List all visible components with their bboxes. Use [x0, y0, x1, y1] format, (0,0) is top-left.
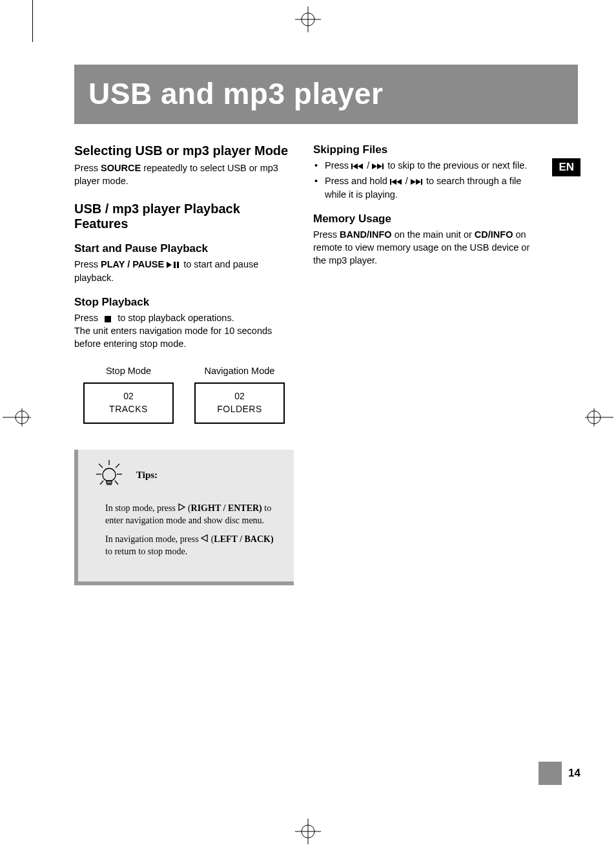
skip-previous-icon [390, 175, 403, 188]
heading-select-mode: Selecting USB or mp3 player Mode [74, 143, 294, 158]
text-bold: CD/INFO [475, 229, 513, 240]
page-content: USB and mp3 player Selecting USB or mp3 … [74, 65, 578, 585]
page-number: 14 [568, 767, 580, 780]
svg-rect-26 [351, 163, 353, 169]
tips-title: Tips: [136, 470, 158, 481]
nav-mode-box: 02 FOLDERS [194, 382, 285, 423]
nav-mode-text: FOLDERS [196, 403, 283, 416]
text: to stop playback operations. [118, 313, 234, 323]
svg-rect-31 [382, 163, 384, 169]
svg-marker-35 [411, 179, 416, 185]
text: / [367, 160, 372, 171]
mode-display-row: Stop Mode 02 TRACKS Navigation Mode 02 F… [83, 366, 294, 423]
text: In stop mode, press [105, 503, 178, 513]
paragraph-stop: Press to stop playback operations. [74, 311, 294, 324]
skip-bullet-1: Press / to skip to the previous or next … [313, 159, 533, 172]
subheading-start-pause: Start and Pause Playback [74, 242, 294, 255]
text: / [406, 176, 411, 186]
paragraph-select-mode: Press SOURCE repeatedly to select USB or… [74, 162, 294, 187]
stop-mode-label: Stop Mode [83, 366, 174, 376]
svg-marker-24 [179, 504, 185, 510]
svg-marker-25 [201, 535, 207, 541]
svg-marker-36 [416, 179, 421, 185]
stop-mode-box: 02 TRACKS [83, 382, 174, 423]
paragraph-start-pause: Press PLAY / PAUSE to start and pause pl… [74, 258, 294, 284]
tips-box: Tips: In stop mode, press (RIGHT / ENTER… [74, 450, 294, 585]
registration-mark-bottom [295, 819, 321, 844]
text: Press [74, 313, 101, 323]
text: Press [313, 229, 340, 240]
trim-mark-vertical [32, 0, 33, 42]
text-bold: BAND/INFO [340, 229, 392, 240]
svg-marker-27 [353, 163, 358, 169]
tips-body: In stop mode, press (RIGHT / ENTER) to e… [105, 503, 281, 558]
paragraph-memory: Press BAND/INFO on the main unit or CD/I… [313, 228, 533, 267]
play-pause-icon [167, 258, 181, 271]
tips-line-1: In stop mode, press (RIGHT / ENTER) to e… [105, 503, 281, 527]
svg-point-22 [103, 468, 116, 481]
text: Press [74, 259, 101, 269]
svg-marker-28 [358, 163, 363, 169]
subheading-stop: Stop Playback [74, 296, 294, 309]
svg-line-20 [100, 481, 103, 485]
heading-memory: Memory Usage [313, 213, 533, 225]
page-number-block: 14 [539, 762, 580, 785]
registration-mark-left [3, 408, 31, 426]
paragraph-stop-detail: The unit enters navigation mode for 10 s… [74, 324, 294, 350]
triangle-left-icon [201, 534, 209, 546]
svg-marker-12 [167, 262, 172, 268]
triangle-right-icon [178, 503, 185, 515]
stop-icon [105, 316, 111, 322]
skip-previous-icon [351, 160, 364, 172]
svg-rect-13 [174, 262, 176, 268]
text-bold: LEFT / BACK) [214, 534, 273, 544]
svg-marker-30 [377, 163, 382, 169]
skipping-list: Press / to skip to the previous or next … [313, 159, 533, 201]
text: In navigation mode, press [105, 534, 201, 544]
tips-header: Tips: [94, 459, 281, 492]
text: Press and hold [325, 176, 390, 186]
page-number-square [539, 762, 562, 785]
text: Press [74, 163, 101, 173]
left-column: Selecting USB or mp3 player Mode Press S… [74, 143, 294, 585]
right-column: Skipping Files Press / to skip to the pr… [313, 143, 533, 585]
text-bold: RIGHT / ENTER) [191, 503, 262, 513]
text-bold-source: SOURCE [101, 163, 141, 173]
text: on the main unit or [392, 229, 475, 240]
text: to skip to the previous or next file. [387, 160, 527, 171]
svg-line-16 [99, 464, 103, 468]
text: to return to stop mode. [105, 547, 187, 556]
registration-mark-top [295, 6, 321, 32]
text: ( [185, 503, 190, 513]
heading-playback-features: USB / mp3 player Playback Features [74, 202, 294, 231]
skip-next-icon [411, 175, 424, 188]
nav-mode-number: 02 [196, 390, 283, 403]
svg-marker-34 [396, 179, 402, 185]
svg-line-21 [115, 481, 118, 485]
lightbulb-icon [94, 459, 125, 492]
svg-marker-29 [372, 163, 377, 169]
text-bold-playpause: PLAY / PAUSE [101, 259, 164, 269]
stop-mode-text: TRACKS [85, 403, 172, 416]
svg-marker-33 [391, 179, 396, 185]
stop-mode-number: 02 [85, 390, 172, 403]
heading-skipping: Skipping Files [313, 143, 533, 156]
text: Press [325, 160, 351, 171]
skip-bullet-2: Press and hold / to search through a fil… [313, 174, 533, 201]
page-title: USB and mp3 player [74, 65, 578, 124]
svg-rect-14 [177, 262, 179, 268]
tips-line-2: In navigation mode, press (LEFT / BACK) … [105, 534, 281, 558]
nav-mode-block: Navigation Mode 02 FOLDERS [194, 366, 285, 423]
registration-mark-right [585, 408, 613, 426]
svg-rect-32 [390, 179, 391, 185]
content-columns: Selecting USB or mp3 player Mode Press S… [74, 143, 578, 585]
svg-rect-37 [421, 179, 422, 185]
skip-next-icon [372, 160, 385, 172]
stop-mode-block: Stop Mode 02 TRACKS [83, 366, 174, 423]
svg-line-17 [116, 464, 119, 468]
nav-mode-label: Navigation Mode [194, 366, 285, 376]
